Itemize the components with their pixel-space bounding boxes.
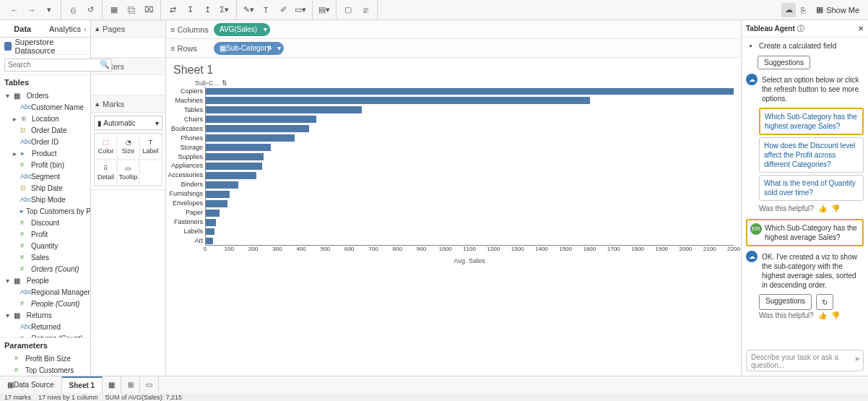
tab-data[interactable]: Data	[0, 20, 45, 37]
highlight-icon[interactable]: ✎▾	[241, 3, 256, 17]
marks-tooltip[interactable]: ▭Tooltip	[117, 160, 139, 186]
bar-mark[interactable]	[206, 144, 271, 151]
bar-mark[interactable]	[206, 125, 309, 132]
sheet-title[interactable]: Sheet 1	[166, 58, 741, 79]
bar-mark[interactable]	[206, 116, 316, 123]
field-item[interactable]: ▸Top Customers by P...	[1, 205, 89, 217]
search-input[interactable]	[4, 59, 112, 72]
field-item[interactable]: #Orders (Count)	[1, 263, 89, 275]
suggestion-card-3[interactable]: What is the trend of Quantity sold over …	[759, 175, 864, 201]
close-icon[interactable]: ✕	[858, 25, 864, 33]
tab-sheet1[interactable]: Sheet 1	[62, 376, 103, 393]
bar-mark[interactable]	[206, 238, 213, 245]
bar-mark[interactable]	[206, 134, 295, 142]
bar-mark[interactable]	[206, 153, 264, 160]
field-item[interactable]: #Discount	[1, 217, 89, 228]
columns-shelf[interactable]: ≡Columns AVG(Sales)▾	[166, 20, 741, 39]
guide-icon[interactable]: ⎘	[796, 3, 810, 17]
field-item[interactable]: AbcRegional Manager	[1, 286, 89, 298]
pages-shelf[interactable]	[91, 38, 165, 58]
info-icon[interactable]: ⓘ	[797, 25, 804, 33]
pill-avg-sales[interactable]: AVG(Sales)▾	[214, 23, 270, 36]
suggestions-button[interactable]: Suggestions	[758, 56, 810, 69]
presentation-icon[interactable]: ▤▾	[317, 3, 331, 17]
bar-mark[interactable]	[206, 219, 216, 226]
pill-sub-category[interactable]: ▦ Sub-Category⇅▾	[214, 42, 284, 55]
back-icon[interactable]: ←	[7, 3, 22, 17]
clear-ws-icon[interactable]: ⌧	[142, 3, 156, 17]
agent-input[interactable]: Describe your task or ask a question... …	[746, 350, 864, 371]
bar-mark[interactable]	[206, 88, 734, 95]
field-item[interactable]: #Profit (bin)	[1, 159, 89, 171]
thumbs-up-icon[interactable]: 👍	[818, 204, 827, 212]
field-item[interactable]: #Quantity	[1, 240, 89, 251]
forward-icon[interactable]: →	[25, 3, 39, 17]
sort-desc-icon[interactable]: ↥	[200, 3, 214, 17]
format-icon[interactable]: ✐	[276, 3, 290, 17]
folder-orders[interactable]: ▾▦ Orders	[1, 90, 89, 101]
new-sheet-icon[interactable]: ▦	[103, 376, 121, 393]
sort-asc-icon[interactable]: ↧	[183, 3, 197, 17]
param-top-customers[interactable]: #Top Customers	[0, 364, 90, 376]
thumbs-down-icon[interactable]: 👎	[831, 311, 840, 319]
bar-mark[interactable]	[206, 106, 362, 113]
new-dashboard-icon[interactable]: ⊞	[121, 376, 140, 393]
field-item[interactable]: #Returns (Count)	[1, 332, 89, 337]
field-item[interactable]: ⊟Ship Date	[1, 182, 89, 194]
marks-size[interactable]: ◔Size	[117, 134, 139, 160]
field-item[interactable]: ⊟Order Date	[1, 124, 89, 136]
bar-mark[interactable]	[206, 210, 220, 217]
bar-mark[interactable]	[206, 191, 230, 198]
suggestion-card-2[interactable]: How does the Discount level affect the P…	[759, 137, 864, 173]
suggestion-card-1[interactable]: Which Sub-Category has the highest avera…	[759, 108, 864, 135]
new-story-icon[interactable]: ▭	[140, 376, 159, 393]
marks-type-select[interactable]: ▮ Automatic▾	[94, 116, 162, 130]
tab-data-source[interactable]: ▦ Data Source	[0, 376, 62, 393]
swap-icon[interactable]: ⇄	[165, 3, 180, 17]
marks-shelf-header[interactable]: ▴Marks	[91, 95, 165, 113]
field-item[interactable]: ▸⊕Location	[1, 113, 89, 124]
labels-icon[interactable]: T	[259, 3, 273, 17]
bar-mark[interactable]	[206, 163, 262, 170]
fit-icon[interactable]: ▭▾	[293, 3, 308, 17]
new-ws-icon[interactable]: ▦	[107, 3, 121, 17]
thumbs-up-icon[interactable]: 👍	[818, 311, 827, 319]
marks-color[interactable]: ⬚Color	[95, 134, 117, 160]
save-icon[interactable]: ⎙	[66, 3, 80, 17]
dropdown-icon[interactable]: ▾	[42, 3, 56, 17]
bars-area[interactable]	[205, 87, 734, 246]
suggestions-button-2[interactable]: Suggestions	[759, 294, 812, 310]
field-item[interactable]: ▸▸Product	[1, 147, 89, 159]
pages-shelf-header[interactable]: ▴Pages	[91, 20, 165, 38]
bar-mark[interactable]	[206, 228, 214, 236]
revert-icon[interactable]: ↺	[83, 3, 97, 17]
bar-mark[interactable]	[206, 97, 590, 104]
send-icon[interactable]: ➤	[854, 355, 860, 363]
param-profit-bin[interactable]: #Profit Bin Size	[0, 353, 90, 364]
marks-label[interactable]: TLabel	[139, 134, 162, 160]
field-item[interactable]: AbcSegment	[1, 171, 89, 182]
card-icon[interactable]: ▢	[341, 3, 355, 17]
field-item[interactable]: AbcCustomer Name	[1, 101, 89, 113]
field-item[interactable]: AbcReturned	[1, 321, 89, 332]
field-item[interactable]: AbcShip Mode	[1, 194, 89, 205]
x-axis-label[interactable]: Avg. Sales	[205, 256, 734, 264]
marks-detail[interactable]: ⠿Detail	[95, 160, 117, 186]
dup-ws-icon[interactable]: ⿻	[124, 3, 139, 17]
tab-analytics[interactable]: Analytics‹	[45, 20, 91, 37]
agent-toggle-icon[interactable]: ☁	[781, 3, 796, 17]
bar-mark[interactable]	[206, 200, 227, 207]
rows-shelf[interactable]: ≡Rows ▦ Sub-Category⇅▾	[166, 39, 741, 58]
show-me-button[interactable]: ▦ Show Me	[810, 5, 865, 14]
field-item[interactable]: AbcOrder ID	[1, 136, 89, 147]
folder-returns[interactable]: ▾▦ Returns	[1, 309, 89, 321]
field-item[interactable]: #Profit	[1, 228, 89, 240]
folder-people[interactable]: ▾▦ People	[1, 275, 89, 286]
datasource-row[interactable]: Superstore Datasource	[0, 38, 90, 55]
sort-indicator-icon[interactable]: ⇅	[222, 79, 227, 87]
totals-icon[interactable]: Σ▾	[217, 3, 232, 17]
thumbs-down-icon[interactable]: 👎	[831, 204, 840, 212]
y-axis-header[interactable]: Sub-C...	[195, 79, 219, 87]
refresh-icon[interactable]: ↻	[816, 294, 833, 310]
field-item[interactable]: #People (Count)	[1, 298, 89, 309]
